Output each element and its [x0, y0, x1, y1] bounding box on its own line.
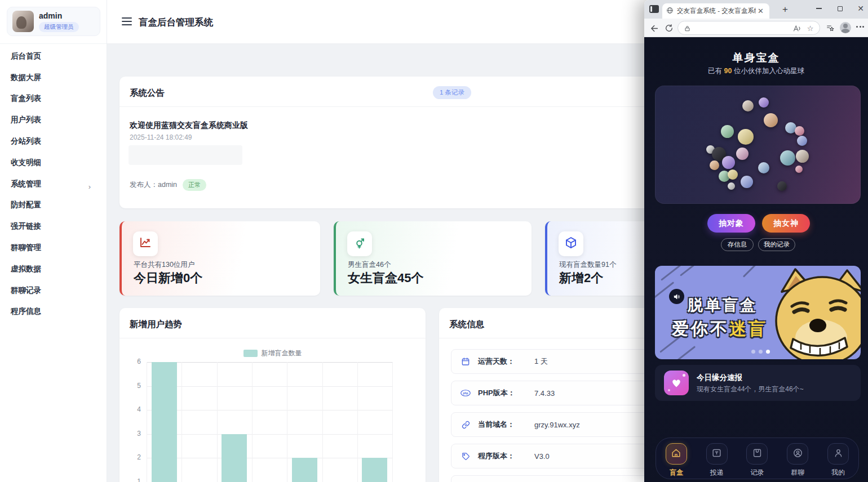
member-avatar-bubble [777, 181, 787, 191]
sidebar-item[interactable]: 用户列表 [0, 109, 107, 131]
browser-menu-icon[interactable] [856, 26, 864, 28]
carousel-dot[interactable] [759, 350, 763, 354]
chevron-right-icon: › [88, 182, 91, 191]
back-icon[interactable] [649, 23, 660, 34]
status-badge: 正常 [183, 179, 206, 191]
carousel-dot[interactable] [766, 350, 770, 354]
profile-card[interactable]: admin 超级管理员 [7, 7, 100, 36]
draw-goddess-button[interactable]: 抽女神 [762, 214, 810, 233]
favorite-star-icon[interactable]: ☆ [805, 24, 815, 33]
member-avatar-bubble [780, 150, 795, 166]
bar-chart: 654321 [119, 308, 426, 482]
member-avatar-bubble [796, 150, 809, 163]
sidebar-item[interactable]: 群聊管理 [0, 237, 107, 258]
member-avatar-bubble [795, 126, 804, 136]
minimize-button[interactable] [809, 0, 829, 17]
announcement-title: 系统公告 [130, 87, 165, 99]
user-icon [833, 448, 844, 461]
refresh-icon[interactable] [663, 23, 675, 34]
hamburger-menu-icon[interactable] [122, 17, 132, 25]
y-axis-tick: 4 [124, 405, 141, 413]
publisher-label: 发布人：admin [130, 180, 177, 190]
member-avatar-bubble [759, 97, 769, 108]
carousel-dot[interactable] [751, 350, 755, 354]
stat-value: 今日新增0个 [134, 270, 202, 287]
info-label: 程序版本： [478, 451, 534, 461]
nav-item-我的[interactable]: 我的 [822, 443, 854, 477]
sidebar-item[interactable]: 防封配置 [0, 195, 107, 216]
heart-icon [664, 371, 689, 395]
member-avatar-bubble [722, 156, 735, 169]
bag-icon [752, 448, 763, 461]
nav-item-记录[interactable]: 记录 [741, 443, 773, 477]
sidebar-item[interactable]: 数据大屏 [0, 67, 107, 88]
sidebar-item[interactable]: 强开链接 [0, 216, 107, 237]
member-avatar-bubble [758, 162, 769, 173]
cube-icon [564, 236, 578, 252]
browser-tab[interactable]: 交友盲盒系统 - 交友盲盒系统 ✕ [662, 3, 769, 19]
lock-icon [683, 24, 692, 33]
tab-actions-icon[interactable] [649, 5, 659, 13]
home-icon [671, 448, 681, 461]
y-axis-tick: 3 [124, 430, 141, 438]
info-label: 当前域名： [478, 419, 534, 430]
member-avatar-bubble [710, 160, 719, 170]
svg-text:php: php [463, 392, 468, 395]
sidebar-item[interactable]: 盲盒列表 [0, 88, 107, 110]
tab-title: 交友盲盒系统 - 交友盲盒系统 [677, 7, 756, 15]
sidebar-item[interactable]: 收支明细 [0, 152, 107, 173]
php-icon: php [460, 388, 471, 398]
tag-icon [460, 451, 471, 461]
member-avatar-bubble [738, 129, 754, 145]
my-records-button[interactable]: 我的记录 [758, 238, 795, 251]
nav-item-盲盒[interactable]: 盲盒 [661, 443, 692, 477]
sidebar-item[interactable]: 虚拟数据 [0, 258, 107, 280]
draw-partner-button[interactable]: 抽对象 [707, 214, 755, 233]
calendar-icon [460, 356, 471, 367]
chart-card: 新增用户趋势 新增盲盒数量 654321 [119, 308, 426, 482]
new-tab-button[interactable]: + [778, 3, 792, 16]
nav-item-群聊[interactable]: 群聊 [782, 443, 813, 477]
stat-label: 平台共有130位用户 [134, 260, 194, 270]
save-info-button[interactable]: 存信息 [721, 238, 754, 251]
doge-mascot [767, 267, 861, 359]
y-axis-tick: 5 [124, 382, 141, 390]
stat-card-users: 平台共有130位用户 今日新增0个 [119, 221, 320, 296]
sidebar: admin 超级管理员 后台首页数据大屏盲盒列表用户列表分站列表收支明细系统管理… [0, 0, 107, 482]
tab-close-icon[interactable]: ✕ [756, 7, 765, 15]
close-window-button[interactable]: ✕ [851, 0, 868, 17]
role-badge: 超级管理员 [39, 22, 79, 32]
read-aloud-icon[interactable] [792, 24, 801, 33]
mailbox-icon [711, 448, 722, 461]
sidebar-item[interactable]: 分站列表 [0, 131, 107, 152]
y-axis-tick: 2 [124, 453, 141, 461]
info-label: 运营天数： [478, 356, 534, 367]
member-avatar-bubble [728, 169, 738, 180]
chart-bar [222, 434, 247, 482]
browser-profile-avatar[interactable] [840, 22, 851, 33]
sidebar-item[interactable]: 系统管理› [0, 173, 107, 195]
bottom-nav: 盲盒投递记录群聊我的 [656, 438, 859, 479]
sidebar-item[interactable]: 群聊记录 [0, 280, 107, 301]
address-input[interactable] [694, 23, 784, 33]
address-bar[interactable]: ☆ [677, 21, 820, 35]
nav-label: 我的 [831, 468, 845, 477]
avatar-sphere [655, 86, 861, 204]
chart-bar [292, 458, 317, 482]
fate-report-card[interactable]: 今日缘分速报 现有女生盲盒44个，男生盲盒46个~ [655, 365, 861, 401]
gender-icon [353, 236, 366, 252]
member-avatar-bubble [742, 100, 754, 111]
sidebar-item[interactable]: 后台首页 [0, 46, 107, 67]
y-axis-tick: 6 [124, 358, 141, 365]
nav-item-投递[interactable]: 投递 [701, 443, 733, 477]
chart-bar [362, 458, 387, 482]
maximize-button[interactable] [830, 0, 849, 17]
collections-icon[interactable] [825, 23, 836, 34]
app-title: 单身宝盒 [644, 51, 868, 65]
post-title: 欢迎使用蓝猫交友盲盒系统商业版 [130, 120, 248, 131]
promo-banner[interactable]: 脱单盲盒 爱你不迷盲 [655, 266, 861, 359]
post-content-placeholder [129, 145, 242, 165]
avatar [12, 11, 34, 32]
sidebar-item[interactable]: 程序信息 [0, 301, 107, 323]
stat-label: 现有盲盒数量91个 [559, 260, 616, 270]
